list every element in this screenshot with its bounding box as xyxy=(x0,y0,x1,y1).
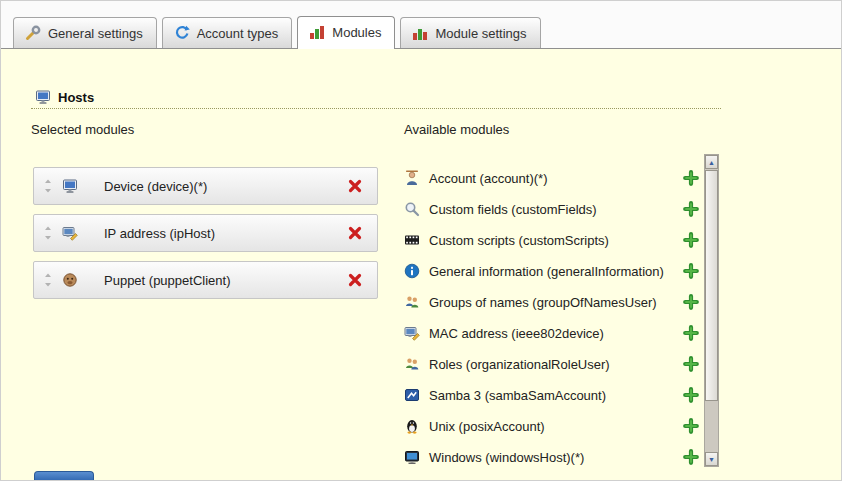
dotted-separator xyxy=(31,107,721,109)
tab-label: Modules xyxy=(332,25,381,40)
module-label: Groups of names (groupOfNamesUser) xyxy=(429,295,657,310)
available-module-row-windows: Windows (windowsHost)(*) xyxy=(404,446,704,468)
module-label: Custom fields (customFields) xyxy=(429,202,597,217)
module-label: Windows (windowsHost)(*) xyxy=(429,450,584,465)
ip-address-icon xyxy=(62,225,78,241)
delete-icon[interactable] xyxy=(347,225,363,241)
section-title: Hosts xyxy=(58,90,94,105)
available-module-row-account: Account (account)(*) xyxy=(404,167,704,189)
add-icon[interactable] xyxy=(683,387,699,403)
selected-module-row-device[interactable]: Device (device)(*) xyxy=(33,167,378,205)
add-icon[interactable] xyxy=(683,325,699,341)
delete-icon[interactable] xyxy=(347,178,363,194)
add-icon[interactable] xyxy=(683,449,699,465)
scrollbar-thumb[interactable] xyxy=(705,170,718,401)
film-icon xyxy=(404,232,420,248)
delete-icon[interactable] xyxy=(347,272,363,288)
add-icon[interactable] xyxy=(683,170,699,186)
module-label: Device (device)(*) xyxy=(104,179,207,194)
available-module-row-custom-fields: Custom fields (customFields) xyxy=(404,198,704,220)
computer-icon xyxy=(35,89,51,105)
roles-icon xyxy=(404,356,420,372)
puppet-icon xyxy=(62,272,78,288)
selected-modules-list: Device (device)(*) IP xyxy=(33,167,378,299)
module-label: Roles (organizationalRoleUser) xyxy=(429,357,610,372)
module-settings-icon xyxy=(412,25,428,41)
module-label: General information (generalInformation) xyxy=(429,264,664,279)
drag-handle-icon[interactable] xyxy=(42,179,54,193)
magnifier-icon xyxy=(404,201,420,217)
available-module-row-general-information: General information (generalInformation) xyxy=(404,260,704,282)
add-icon[interactable] xyxy=(683,232,699,248)
add-icon[interactable] xyxy=(683,418,699,434)
available-modules-heading: Available modules xyxy=(404,122,509,137)
module-label: Custom scripts (customScripts) xyxy=(429,233,609,248)
module-label: IP address (ipHost) xyxy=(104,226,215,241)
tab-general-settings[interactable]: General settings xyxy=(13,17,157,48)
samba-icon xyxy=(404,387,420,403)
wrench-icon xyxy=(25,25,41,41)
available-module-row-unix: Unix (posixAccount) xyxy=(404,415,704,437)
module-label: MAC address (ieee802device) xyxy=(429,326,604,341)
add-icon[interactable] xyxy=(683,263,699,279)
add-icon[interactable] xyxy=(683,201,699,217)
sync-icon xyxy=(174,25,190,41)
tab-modules[interactable]: Modules xyxy=(297,16,395,49)
drag-handle-icon[interactable] xyxy=(42,273,54,287)
available-module-row-samba3: Samba 3 (sambaSamAccount) xyxy=(404,384,704,406)
available-module-row-roles: Roles (organizationalRoleUser) xyxy=(404,353,704,375)
tab-module-settings[interactable]: Module settings xyxy=(400,17,540,48)
windows-icon xyxy=(404,449,420,465)
save-button-partial[interactable] xyxy=(34,471,94,480)
device-icon xyxy=(62,178,78,194)
available-modules-scrollbar[interactable]: ▲ ▼ xyxy=(704,154,719,467)
module-label: Account (account)(*) xyxy=(429,171,548,186)
add-icon[interactable] xyxy=(683,294,699,310)
module-label: Unix (posixAccount) xyxy=(429,419,545,434)
available-module-row-custom-scripts: Custom scripts (customScripts) xyxy=(404,229,704,251)
lam-configuration-page: General settings Account types Modules xyxy=(0,0,842,481)
add-icon[interactable] xyxy=(683,356,699,372)
selected-module-row-puppet[interactable]: Puppet (puppetClient) xyxy=(33,261,378,299)
modules-icon xyxy=(309,24,325,40)
tab-label: Module settings xyxy=(435,26,526,41)
group-icon xyxy=(404,294,420,310)
tab-label: General settings xyxy=(48,26,143,41)
tab-bar: General settings Account types Modules xyxy=(1,1,841,49)
selected-modules-heading: Selected modules xyxy=(31,122,134,137)
section-heading-hosts: Hosts xyxy=(35,89,94,105)
penguin-icon xyxy=(404,418,420,434)
mac-address-icon xyxy=(404,325,420,341)
info-icon xyxy=(404,263,420,279)
module-label: Puppet (puppetClient) xyxy=(104,273,230,288)
available-module-row-mac-address: MAC address (ieee802device) xyxy=(404,322,704,344)
module-label: Samba 3 (sambaSamAccount) xyxy=(429,388,606,403)
available-module-row-groups-of-names: Groups of names (groupOfNamesUser) xyxy=(404,291,704,313)
account-icon xyxy=(404,170,420,186)
available-modules-list: Account (account)(*) Custom fields (cust… xyxy=(404,167,704,468)
drag-handle-icon[interactable] xyxy=(42,226,54,240)
scroll-down-arrow-icon[interactable]: ▼ xyxy=(705,452,718,466)
tab-label: Account types xyxy=(197,26,279,41)
tab-account-types[interactable]: Account types xyxy=(162,17,293,48)
selected-module-row-ip-address[interactable]: IP address (ipHost) xyxy=(33,214,378,252)
scroll-up-arrow-icon[interactable]: ▲ xyxy=(705,155,718,169)
